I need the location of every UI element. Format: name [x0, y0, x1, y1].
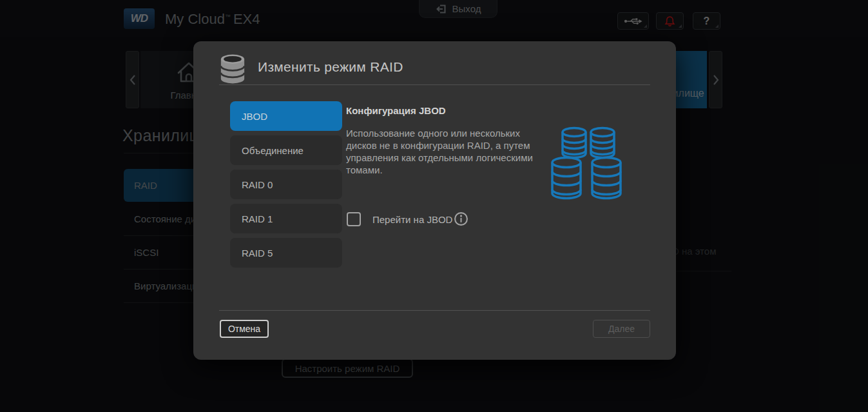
option-label: Объединение — [242, 145, 304, 156]
switch-to-jbod-label: Перейти на JBOD — [372, 214, 452, 225]
dialog-title: Изменить режим RAID — [258, 59, 403, 75]
option-label: RAID 1 — [242, 213, 273, 224]
next-button[interactable]: Далее — [593, 320, 650, 338]
raid-mode-option-raid0[interactable]: RAID 0 — [230, 170, 342, 199]
raid-mode-option-spanning[interactable]: Объединение — [230, 135, 342, 165]
raid-mode-option-jbod[interactable]: JBOD — [230, 101, 342, 131]
info-icon[interactable] — [454, 211, 468, 226]
raid-mode-option-raid5[interactable]: RAID 5 — [230, 238, 342, 268]
divider — [219, 84, 650, 85]
config-description: Использование одного или нескольких диск… — [346, 127, 545, 176]
divider — [219, 310, 650, 311]
option-label: JBOD — [242, 111, 267, 122]
raid-mode-list: JBOD Объединение RAID 0 RAID 1 RAID 5 — [230, 101, 342, 272]
switch-to-jbod-checkbox[interactable] — [347, 212, 361, 226]
change-raid-mode-dialog: Изменить режим RAID JBOD Объединение RAI… — [193, 41, 676, 360]
option-label: RAID 0 — [242, 179, 273, 190]
app-window: WD My Cloud™EX4 Выход — [0, 0, 868, 412]
config-heading: Конфигурация JBOD — [346, 105, 446, 116]
raid-mode-option-raid1[interactable]: RAID 1 — [230, 204, 342, 233]
option-label: RAID 5 — [242, 248, 273, 259]
disk-stack-icon — [219, 54, 246, 84]
cancel-button[interactable]: Отмена — [220, 320, 269, 338]
jbod-disks-illustration — [546, 126, 630, 211]
